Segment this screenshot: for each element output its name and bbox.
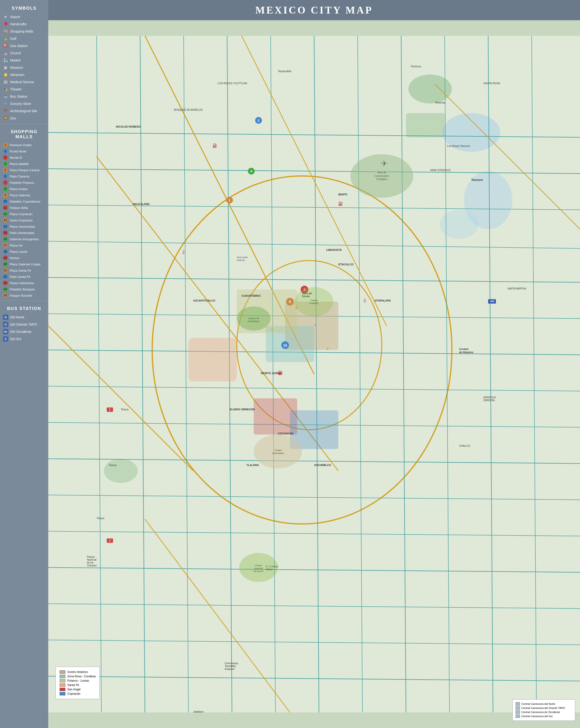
mall-icon-11: 12 [3, 212, 8, 216]
mall-item-21[interactable]: 22Patio Santa Fé [0, 274, 48, 280]
mall-item-4[interactable]: 5Toreo Parque Central [0, 167, 48, 173]
bus-station-item-3[interactable]: SDel Sur [0, 335, 48, 342]
svg-text:IXHCAC: IXHCAC [237, 259, 245, 261]
mall-item-2[interactable]: 3Mundo E [0, 154, 48, 161]
svg-text:LINDAVISTA: LINDAVISTA [326, 249, 342, 251]
symbol-icon-0: ✈ [3, 14, 8, 20]
svg-text:Acapulco: Acapulco [225, 668, 235, 670]
shopping-section-title: SHOPPING MALLS [0, 126, 48, 142]
mall-item-20[interactable]: 21Plaza Santa Fé [0, 267, 48, 274]
svg-text:COYOACÁN: COYOACÁN [278, 432, 293, 435]
bus-icon-0: N [3, 315, 8, 320]
mall-icon-21: 22 [3, 274, 8, 279]
symbol-item-archeological-site[interactable]: 🏺Archeological Site [0, 107, 48, 114]
mall-item-16[interactable]: 17Plaza Inn [0, 242, 48, 249]
mall-item-8[interactable]: 9Plaza Galerías [0, 192, 48, 198]
mall-label-21: Patio Santa Fé [10, 275, 30, 279]
mall-item-5[interactable]: 6Patio Clavería [0, 173, 48, 179]
mall-icon-2: 3 [3, 155, 8, 160]
symbol-item-medical-service[interactable]: 🏥Medical Service [0, 78, 48, 86]
mall-item-7[interactable]: 8Plaza Antara [0, 186, 48, 192]
svg-text:Ciudad: Ciudad [274, 449, 281, 451]
symbol-item-grocery-store[interactable]: 🛒Grocery Store [0, 100, 48, 107]
bus-label-1: Del Oriente TAPO [10, 322, 37, 327]
mall-item-11[interactable]: 12Plaza Coyoacán [0, 211, 48, 217]
symbol-label-13: Archeological Site [10, 109, 37, 113]
bus-station-item-1[interactable]: ODel Oriente TAPO [0, 321, 48, 328]
mall-label-15: Galerías Insurgentes [10, 237, 39, 241]
mall-label-19: Plaza Galerías Coapa [10, 262, 40, 266]
mall-item-18[interactable]: 19Perisur [0, 255, 48, 261]
bus-legend-label-2: Central Camionera de Occidente [521, 711, 560, 713]
symbol-icon-10: 🎭 [3, 86, 8, 92]
svg-text:XOCHIMILCO: XOCHIMILCO [314, 464, 331, 467]
legend-color-0 [59, 670, 66, 674]
symbol-item-zoo[interactable]: 🦁Zoo [0, 114, 48, 122]
symbol-label-0: Airport [10, 15, 20, 19]
mall-item-12[interactable]: 13Oasis Coyoacán [0, 217, 48, 224]
symbol-item-gas-station[interactable]: ⛽Gas Station [0, 42, 48, 49]
mall-item-6[interactable]: 7Pabellón Polanco [0, 179, 48, 186]
symbol-item-bus-station[interactable]: 🚌Bus Station [0, 93, 48, 100]
svg-text:Jalatlaco: Jalatlaco [193, 710, 204, 713]
mall-item-22[interactable]: 23Paseo Interlomas [0, 280, 48, 286]
svg-text:1: 1 [229, 199, 230, 202]
mall-item-23[interactable]: 24Pabellón Bosques [0, 286, 48, 292]
bus-section-title: BUS STATION [0, 303, 48, 314]
svg-text:Toluca: Toluca [97, 517, 104, 520]
svg-text:⛪: ⛪ [362, 298, 367, 303]
symbol-item-market[interactable]: 🏪Market [0, 57, 48, 64]
mall-item-3[interactable]: 4Plaza Satélite [0, 161, 48, 167]
mall-icon-19: 20 [3, 262, 8, 266]
legend-color-5 [59, 692, 66, 696]
mall-item-14[interactable]: 15Patio Universidad [0, 230, 48, 236]
mall-item-15[interactable]: 16Galerías Insurgentes [0, 236, 48, 242]
symbol-item-golf[interactable]: ⛳Golf [0, 35, 48, 42]
svg-text:BOSQUES DE MORELOS: BOSQUES DE MORELOS [174, 108, 203, 111]
mall-icon-9: 10 [3, 199, 8, 204]
mall-item-24[interactable]: 25Parque Tezontle [0, 292, 48, 298]
mall-item-9[interactable]: 10Pabellón Cuauhtémoc [0, 198, 48, 205]
symbol-item-shopping-malls[interactable]: 🏬Shopping Malls [0, 28, 48, 35]
mall-label-14: Patio Universidad [10, 231, 34, 235]
mall-item-13[interactable]: 14Plaza Universidad [0, 224, 48, 230]
svg-text:★: ★ [326, 347, 329, 351]
svg-text:Nacional: Nacional [87, 558, 96, 561]
mall-icon-1: 2 [3, 149, 8, 154]
symbol-item-theater[interactable]: 🎭Theater [0, 86, 48, 93]
mall-item-1[interactable]: 2Punta Norte [0, 148, 48, 154]
mall-item-10[interactable]: 11Parque Delta [0, 205, 48, 211]
mall-item-17[interactable]: 18Plaza Loreto [0, 249, 48, 255]
legend-items: Centro HistóricoZona Rosa - CondesaPolan… [59, 670, 96, 696]
mall-icon-4: 5 [3, 167, 8, 173]
symbol-item-handcrafts[interactable]: 🧶Handcrafts [0, 21, 48, 28]
mall-label-3: Plaza Satélite [10, 162, 29, 166]
map-container[interactable]: ✈ 1 2 3 4 5 15 ⛽ ⛽ ⛽ ⛪ ⛪ + N [48, 20, 580, 728]
symbol-item-airport[interactable]: ✈Airport [0, 13, 48, 21]
symbol-icon-11: 🚌 [3, 94, 8, 99]
svg-text:Universitaria: Universitaria [272, 452, 284, 454]
legend-item-4: San Angel [59, 688, 96, 691]
divider-1 [0, 124, 48, 124]
symbol-icon-14: 🦁 [3, 115, 8, 121]
mall-icon-18: 19 [3, 256, 8, 260]
mall-item-19[interactable]: 20Plaza Galerías Coapa [0, 261, 48, 267]
legend-item-3: Santa Fé [59, 683, 96, 687]
mall-icon-15: 16 [3, 237, 8, 241]
bus-station-item-0[interactable]: NDel Norte [0, 314, 48, 321]
mall-item-0[interactable]: 1Premium Outlet [0, 142, 48, 148]
mall-label-17: Plaza Loreto [10, 250, 27, 254]
mall-label-23: Pabellón Bosques [10, 288, 35, 291]
symbol-item-attraction[interactable]: ⭐Attraction [0, 71, 48, 78]
svg-text:2: 2 [258, 119, 259, 122]
svg-text:Central: Central [459, 347, 468, 350]
symbol-item-museum[interactable]: 🏛Museum [0, 64, 48, 71]
svg-text:AZCAPOTZALCO: AZCAPOTZALCO [193, 299, 216, 302]
mall-icon-22: 23 [3, 281, 8, 285]
svg-text:5: 5 [289, 300, 291, 304]
svg-text:LOS REYES TULTITLÁN: LOS REYES TULTITLÁN [218, 82, 247, 85]
bus-station-item-2[interactable]: OcDel Occidente [0, 328, 48, 335]
svg-text:CUAUHTÉMOC: CUAUHTÉMOC [242, 294, 261, 297]
symbol-icon-3: ⛳ [3, 36, 8, 41]
symbol-item-church[interactable]: ⛪Church [0, 49, 48, 57]
